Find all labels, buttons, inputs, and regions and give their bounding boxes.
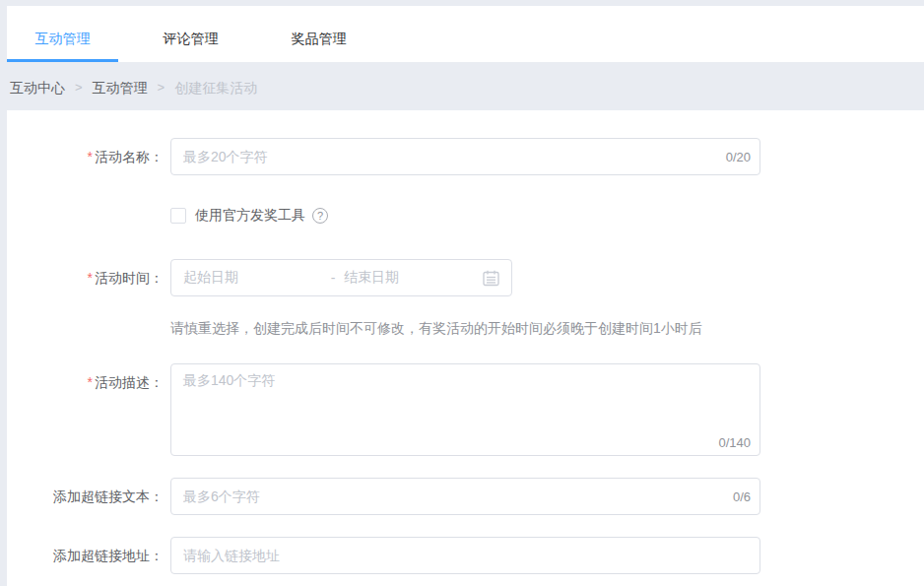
hyperlink-text-label: 添加超链接文本： [7, 478, 164, 515]
hyperlink-text-field: 0/6 [170, 478, 760, 515]
activity-description-row: *活动描述： 0/140 [7, 363, 924, 456]
activity-name-row: *活动名称： 0/20 [7, 138, 924, 175]
activity-time-label: *活动时间： [7, 259, 164, 296]
official-tool-label[interactable]: 使用官方发奖工具 [195, 207, 305, 225]
activity-description-textarea[interactable] [170, 363, 760, 456]
breadcrumb-separator-icon: > [75, 80, 83, 96]
required-marker: * [88, 270, 93, 286]
start-date-placeholder[interactable]: 起始日期 [183, 269, 322, 287]
date-range-picker[interactable]: 起始日期 - 结束日期 [170, 259, 512, 296]
tab-comment-management[interactable]: 评论管理 [135, 31, 246, 48]
activity-time-hint: 请慎重选择，创建完成后时间不可修改，有奖活动的开始时间必须晚于创建时间1小时后 [170, 320, 924, 336]
calendar-icon[interactable] [483, 270, 499, 287]
tab-prize-management[interactable]: 奖品管理 [263, 31, 374, 48]
breadcrumb-separator-icon: > [158, 80, 165, 96]
activity-description-label: *活动描述： [7, 363, 164, 392]
hyperlink-url-row: 添加超链接地址： [7, 537, 924, 574]
date-range-separator: - [322, 270, 344, 286]
required-marker: * [88, 374, 93, 390]
end-date-placeholder[interactable]: 结束日期 [344, 269, 483, 287]
hyperlink-url-field [170, 537, 760, 574]
tab-interaction-management[interactable]: 互动管理 [7, 31, 118, 48]
hyperlink-url-label: 添加超链接地址： [7, 537, 164, 574]
help-question-icon[interactable]: ? [312, 208, 328, 224]
breadcrumb-interaction-management[interactable]: 互动管理 [93, 80, 148, 96]
activity-description-field: 0/140 [170, 363, 760, 456]
activity-name-input[interactable] [170, 138, 760, 175]
hyperlink-text-row: 添加超链接文本： 0/6 [7, 478, 924, 515]
tab-bar: 互动管理 评论管理 奖品管理 [7, 6, 924, 62]
activity-name-field: 0/20 [170, 138, 760, 175]
activity-time-row: *活动时间： 起始日期 - 结束日期 [7, 259, 924, 296]
required-marker: * [88, 149, 93, 164]
breadcrumb-interaction-center[interactable]: 互动中心 [10, 80, 65, 96]
official-tool-row: 使用官方发奖工具 ? [170, 207, 924, 225]
create-activity-form-card: *活动名称： 0/20 使用官方发奖工具 ? *活动时间： 起始日期 - 结束日… [7, 110, 924, 586]
official-tool-checkbox[interactable] [170, 208, 186, 224]
breadcrumb-create-activity: 创建征集活动 [174, 80, 257, 96]
hyperlink-url-input[interactable] [170, 537, 760, 574]
breadcrumb: 互动中心 > 互动管理 > 创建征集活动 [0, 62, 924, 110]
hyperlink-text-input[interactable] [170, 478, 760, 515]
activity-name-label: *活动名称： [7, 138, 164, 175]
active-tab-underline [7, 59, 118, 62]
